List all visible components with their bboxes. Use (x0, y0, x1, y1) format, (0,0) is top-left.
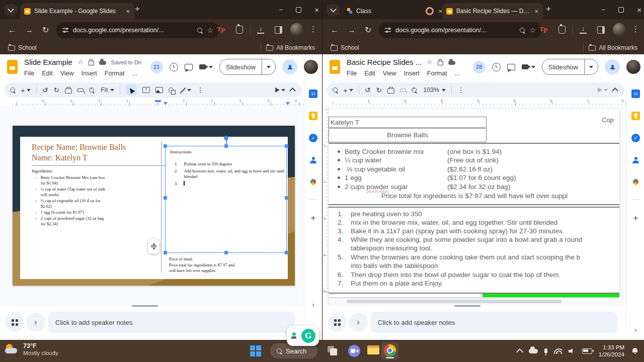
wifi-icon[interactable] (554, 348, 562, 354)
instructions-list[interactable]: 1.Preheat oven to 350 degrees 2.Add brow… (175, 161, 284, 188)
resize-handle[interactable] (285, 251, 288, 254)
minimize-button[interactable]: − (279, 6, 283, 14)
toolbar-more-icon[interactable]: ⋮ (197, 86, 204, 94)
indent-marker[interactable] (155, 100, 161, 102)
resize-handle[interactable] (285, 196, 288, 200)
calendar-icon[interactable]: 31 (631, 89, 640, 98)
ingredient-row[interactable]: ⅓ cup vegetable oil ($2.62 16 fl oz) (329, 165, 619, 174)
notes-resize-handle[interactable] (454, 305, 480, 307)
price-text[interactable]: Price of meal: Price total for ingredien… (169, 256, 234, 274)
tab-close-icon[interactable]: × (125, 8, 131, 15)
task-view-button[interactable] (328, 346, 338, 356)
toolbar-search-icon[interactable] (333, 87, 338, 93)
search-icon[interactable] (197, 28, 202, 33)
bookmark-star-icon[interactable]: ☆ (207, 26, 213, 34)
toolbar-more-icon[interactable]: ⋮ (457, 86, 464, 94)
zoom-select[interactable]: Fit (100, 86, 114, 94)
slideshow-button[interactable]: Slideshow (542, 59, 598, 75)
extension-tp-icon[interactable]: Tp (217, 25, 225, 33)
side-panel-icon[interactable] (597, 26, 605, 34)
search-icon[interactable] (520, 28, 525, 33)
slideshow-options-caret[interactable] (584, 59, 598, 74)
address-bar[interactable]: docs.google.com/presentation/... ☆ (379, 22, 542, 38)
add-addon-icon[interactable]: + (311, 213, 316, 223)
chrome-taskbar-button[interactable] (381, 342, 398, 359)
instructions-heading[interactable]: Instructions: (170, 149, 193, 154)
undo-button[interactable]: ↺ (365, 86, 371, 94)
undo-button[interactable]: ↺ (42, 86, 48, 94)
all-bookmarks[interactable]: All Bookmarks (266, 44, 315, 51)
new-slide-button[interactable]: + (21, 86, 31, 95)
downloads-icon[interactable]: ↓ (257, 25, 264, 34)
resize-handle[interactable] (285, 144, 288, 148)
calendar-icon[interactable]: 31 (309, 89, 317, 98)
tab-class[interactable]: Class × (343, 3, 447, 19)
resize-handle[interactable] (164, 144, 167, 148)
slide[interactable]: Recipe Name: Brownie Balls Name: Katelyn… (13, 126, 295, 286)
maximize-button[interactable] (618, 7, 624, 13)
tab-basic-recipe-slides[interactable]: Basic Recipe Slides — DES × (442, 3, 543, 19)
menu-more[interactable]: ... (454, 70, 459, 77)
menu-insert[interactable]: Insert (82, 70, 97, 77)
grammarly-status-icon[interactable] (290, 332, 297, 339)
collapse-toolbar-icon[interactable] (612, 87, 618, 94)
resize-handle[interactable] (224, 144, 228, 148)
maps-icon[interactable] (309, 178, 317, 186)
ingredients-list[interactable]: -Betty Crocker Brownie Mix (one boxfor $… (35, 175, 123, 227)
zoom-in-button[interactable] (89, 87, 94, 93)
star-icon[interactable]: ☆ (427, 58, 433, 66)
slideshow-options-caret[interactable] (262, 59, 275, 74)
zoom-select[interactable]: 103% (422, 86, 446, 94)
url-text[interactable]: docs.google.com/presentation/... (395, 27, 515, 34)
slideshow-button[interactable]: Slideshow (219, 59, 276, 75)
account-avatar[interactable] (304, 60, 318, 74)
keep-icon[interactable] (309, 112, 317, 120)
minimize-button[interactable]: − (602, 6, 606, 14)
ingredient-row[interactable]: 1 egg ($1.07 for 6 count egg) (329, 174, 619, 183)
onedrive-icon[interactable] (529, 349, 538, 353)
notifications-icon[interactable] (632, 348, 638, 354)
print-button[interactable] (387, 87, 394, 94)
comments-count-badge[interactable]: 28 (473, 61, 486, 73)
grid-view-button[interactable] (328, 313, 347, 332)
menu-file[interactable]: File (347, 70, 357, 77)
paint-format-button[interactable] (400, 88, 406, 92)
menu-file[interactable]: File (24, 70, 34, 77)
lock-icon[interactable] (438, 61, 443, 65)
document-title[interactable]: Basic Recipe Slides ... (347, 58, 422, 66)
weather-widget[interactable]: 73°F Mostly cloudy (5, 342, 58, 356)
start-button[interactable] (250, 345, 261, 356)
resize-handle[interactable] (164, 251, 167, 254)
menu-view[interactable]: View (383, 70, 396, 77)
ingredient-row[interactable]: Betty Crocker brownie mix (one box is $1… (329, 148, 619, 156)
tab-search-button[interactable] (327, 4, 340, 16)
indent-marker[interactable] (286, 102, 290, 105)
menu-more[interactable]: ... (132, 70, 137, 77)
expand-filmstrip-button[interactable]: › (26, 313, 45, 332)
lock-icon[interactable] (89, 61, 94, 65)
close-button[interactable]: × (314, 6, 319, 14)
extensions-icon[interactable] (236, 26, 243, 34)
star-icon[interactable]: ☆ (77, 58, 84, 66)
speaker-notes-input[interactable]: Click to add speaker notes (371, 312, 617, 333)
clock[interactable]: 1:33 PM 1/26/2024 (599, 344, 624, 358)
tasks-icon[interactable]: ✓ (309, 134, 317, 142)
new-tab-button[interactable]: + (132, 4, 143, 14)
back-button[interactable]: ← (8, 25, 16, 35)
new-slide-button[interactable]: + (343, 86, 353, 95)
bookmark-school[interactable]: School (8, 44, 37, 51)
resize-handle[interactable] (164, 196, 167, 200)
speaker-notes-input[interactable]: Click to add speaker notes (48, 312, 295, 333)
horizontal-ruler[interactable]: 43 21 12 34 5 (4, 99, 304, 106)
slide-title[interactable]: Recipe Name: Brownie Balls Name: Katelyn… (32, 142, 126, 163)
green-shape[interactable] (482, 294, 619, 297)
browser-profile-avatar[interactable] (613, 23, 626, 36)
contacts-icon[interactable] (632, 157, 639, 163)
laser-pointer-button[interactable] (275, 87, 285, 93)
battery-icon[interactable] (582, 348, 592, 354)
price-total-text[interactable]: Price total for ingredients is $7.97 and… (381, 192, 568, 200)
slide-canvas[interactable]: 12 34 5 Katelyn T Brownie Balls Cop Bett… (323, 106, 626, 306)
slide-canvas[interactable]: Recipe Name: Brownie Balls Name: Katelyn… (0, 106, 304, 306)
tab-slide-example[interactable]: Slide Example - Google Slides × (20, 3, 135, 19)
version-history-icon[interactable] (492, 63, 501, 71)
